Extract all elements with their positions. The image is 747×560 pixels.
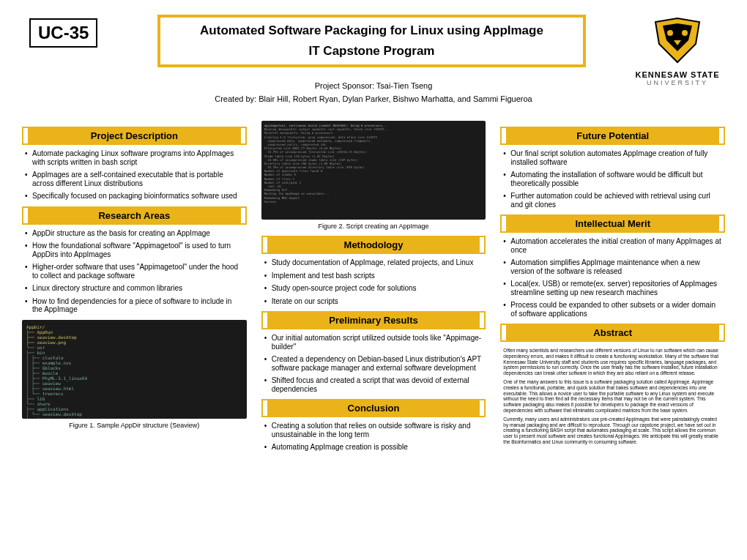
- section-project-description: Project Description: [22, 127, 247, 145]
- ksu-logo: KENNESAW STATE UNIVERSITY: [630, 15, 725, 86]
- authors-line: Created by: Blair Hill, Robert Ryan, Dyl…: [0, 94, 747, 103]
- poster-subtitle: IT Capstone Program: [160, 41, 583, 64]
- list-item: How the foundational software "Appimaget…: [32, 242, 244, 258]
- section-conclusion: Conclusion: [261, 399, 486, 417]
- preliminary-results-list: Our initial automation script utilized o…: [261, 334, 486, 393]
- poster-title: Automated Software Packaging for Linux u…: [160, 18, 583, 41]
- section-preliminary-results: Preliminary Results: [261, 311, 486, 329]
- list-item: Shifted focus and created a script that …: [272, 376, 483, 393]
- sponsor-line: Project Sponsor: Tsai-Tien Tseng: [0, 81, 747, 90]
- list-item: Automation accelerates the initial creat…: [510, 237, 722, 254]
- list-item: Study documentation of AppImage, related…: [272, 258, 483, 267]
- list-item: Iterate on our scripts: [272, 297, 483, 306]
- list-item: Further automation could be achieved wit…: [510, 192, 722, 209]
- figure-2-image: appimagetool, continuous build (commit 8…: [261, 121, 486, 220]
- list-item: Automate packaging Linux software progra…: [32, 149, 244, 166]
- future-potential-list: Our final script solution automates AppI…: [500, 149, 725, 209]
- list-item: Study open-source project code for solut…: [272, 284, 483, 293]
- section-intellectual-merit: Intellectual Merit: [500, 214, 725, 233]
- list-item: AppImages are a self-contained executabl…: [32, 171, 244, 187]
- middle-column: appimagetool, continuous build (commit 8…: [261, 121, 486, 456]
- section-future-potential: Future Potential: [500, 127, 725, 145]
- list-item: Our final script solution automates AppI…: [510, 149, 722, 166]
- abstract-text: Often many scientists and researchers us…: [500, 346, 725, 449]
- list-item: Specifically focused on packaging bioinf…: [32, 192, 244, 201]
- list-item: Created a dependency on Debian-based Lin…: [272, 355, 483, 372]
- uc-tag: UC-35: [29, 18, 97, 48]
- project-description-list: Automate packaging Linux software progra…: [22, 149, 247, 201]
- list-item: How to find dependencies for a piece of …: [32, 297, 244, 314]
- list-item: Higher-order software that uses "Appimag…: [32, 263, 244, 280]
- list-item: Automation simplifies AppImage maintenan…: [510, 258, 722, 275]
- figure-2-caption: Figure 2. Script creating an AppImage: [261, 223, 486, 230]
- title-block: Automated Software Packaging for Linux u…: [157, 15, 586, 67]
- section-abstract: Abstract: [500, 324, 725, 342]
- right-column: Future Potential Our final script soluti…: [500, 121, 725, 456]
- ksu-owl-icon: [648, 15, 707, 66]
- list-item: Creating a solution that relies on outsi…: [272, 422, 483, 438]
- list-item: Automating the installation of software …: [510, 171, 722, 187]
- figure-1-caption: Figure 1. Sample AppDir structure (Seavi…: [22, 422, 247, 429]
- section-research-areas: Research Areas: [22, 206, 247, 225]
- abstract-para: Currently, many users and administrators…: [503, 417, 722, 445]
- abstract-para: Often many scientists and researchers us…: [503, 348, 722, 376]
- list-item: Implement and test bash scripts: [272, 272, 483, 280]
- abstract-para: One of the many answers to this issue is…: [503, 379, 722, 414]
- methodology-list: Study documentation of AppImage, related…: [261, 258, 486, 305]
- list-item: Linux directory structure and common lib…: [32, 284, 244, 293]
- conclusion-list: Creating a solution that relies on outsi…: [261, 422, 486, 452]
- list-item: Automating AppImage creation is possible: [272, 443, 483, 452]
- svg-point-1: [682, 30, 688, 36]
- svg-point-0: [667, 30, 673, 36]
- research-areas-list: AppDir structure as the basis for creati…: [22, 229, 247, 314]
- list-item: Our initial automation script utilized o…: [272, 334, 483, 351]
- intellectual-merit-list: Automation accelerates the initial creat…: [500, 237, 725, 318]
- list-item: Local(ex. USB) or remote(ex. server) rep…: [510, 280, 722, 296]
- left-column: Project Description Automate packaging L…: [22, 121, 247, 456]
- list-item: Process could be expanded to other subse…: [510, 301, 722, 318]
- figure-1-image: AppDir/├── AppRun├── seaview.desktop├── …: [22, 320, 247, 419]
- section-methodology: Methodology: [261, 236, 486, 254]
- list-item: AppDir structure as the basis for creati…: [32, 229, 244, 238]
